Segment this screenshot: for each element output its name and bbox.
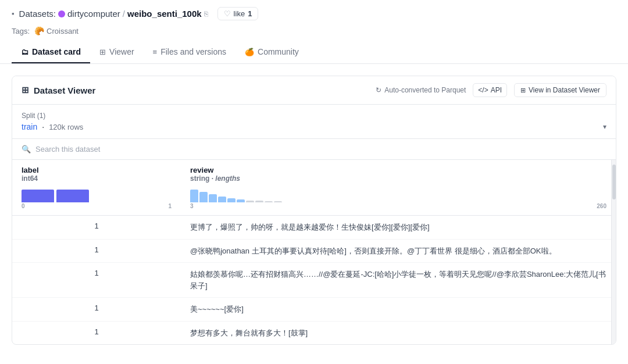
code-icon: </>: [478, 86, 488, 94]
tags-row: Tags: 🥐 Croissant: [12, 26, 616, 35]
breadcrumb: ▪ Datasets: dirtycomputer / weibo_senti_…: [12, 7, 616, 20]
view-dataset-label: View in Dataset Viewer: [529, 86, 600, 94]
tag-name: Croissant: [47, 27, 78, 35]
cell-review: 美~~~~~~[爱你]: [181, 298, 616, 322]
review-bar-8: [255, 201, 263, 202]
table-row: 1 姑娘都羡慕你呢…还有招财猫高兴……//@爱在蔓延-JC:[哈哈]小学徒一枚，…: [12, 263, 616, 298]
tag-croissant[interactable]: 🥐 Croissant: [34, 26, 78, 35]
col-name-review: review: [190, 166, 606, 174]
label-axis-min: 0: [22, 203, 25, 209]
viewer-header: ⊞ Dataset Viewer ↻ Auto-converted to Par…: [12, 76, 616, 105]
table-row: 1 @张晓鸭jonathan 土耳其的事要认真对待[哈哈]，否则直接开除。@丁丁…: [12, 239, 616, 263]
review-bar-9: [265, 201, 273, 202]
scrollbar-thumb: [612, 165, 616, 199]
search-input[interactable]: [35, 145, 606, 154]
viewer-actions: ↻ Auto-converted to Parquet </> API ⊞ Vi…: [376, 83, 606, 97]
viewer-title: ⊞ Dataset Viewer: [22, 85, 95, 95]
like-count: 1: [248, 9, 252, 18]
review-bar-7: [246, 201, 254, 202]
review-bar-4: [218, 197, 226, 202]
cell-label: 1: [12, 321, 181, 344]
api-button[interactable]: </> API: [473, 83, 507, 97]
table-row: 1 更博了，爆照了，帅的呀，就是越来越爱你！生快俊妹[爱你][爱你][爱你]: [12, 216, 616, 240]
split-value: train · 120k rows: [22, 122, 83, 131]
col-name-label: label: [22, 166, 172, 174]
cell-label: 1: [12, 216, 181, 240]
viewer-icon: ⊞: [99, 48, 106, 56]
view-dataset-icon: ⊞: [520, 87, 526, 94]
review-axis-max: 260: [597, 203, 606, 209]
copy-icon[interactable]: ⎘: [204, 10, 208, 18]
tab-viewer-label: Viewer: [109, 47, 134, 56]
review-bar-5: [227, 198, 236, 202]
user-avatar-dot: [58, 10, 65, 17]
label-axis-max: 1: [168, 203, 172, 209]
tab-community[interactable]: 🍊 Community: [236, 41, 308, 63]
cell-label: 1: [12, 298, 181, 322]
cell-review: 姑娘都羡慕你呢…还有招财猫高兴……//@爱在蔓延-JC:[哈哈]小学徒一枚，等着…: [181, 263, 616, 298]
breadcrumb-separator: /: [123, 9, 125, 19]
auto-converted-label: Auto-converted to Parquet: [384, 86, 466, 94]
tab-dataset-card-label: Dataset card: [32, 47, 81, 56]
top-bar: ▪ Datasets: dirtycomputer / weibo_senti_…: [0, 0, 628, 64]
tab-files-label: Files and versions: [160, 47, 226, 56]
refresh-icon: ↻: [376, 86, 381, 94]
review-bar-10: [274, 201, 282, 202]
croissant-icon: 🥐: [34, 26, 44, 35]
tab-files-versions[interactable]: ≡ Files and versions: [144, 41, 236, 63]
dataset-viewer-card: ⊞ Dataset Viewer ↻ Auto-converted to Par…: [12, 76, 616, 345]
col-header-label: label int64 0 1: [12, 160, 181, 216]
viewer-title-text: Dataset Viewer: [34, 85, 95, 95]
scrollbar[interactable]: [611, 160, 616, 344]
split-rows: 120k rows: [49, 123, 83, 131]
dataset-card-icon: 🗂: [21, 48, 28, 56]
tabs: 🗂 Dataset card ⊞ Viewer ≡ Files and vers…: [12, 41, 616, 63]
label-axis: 0 1: [22, 203, 172, 209]
split-name: train: [22, 122, 37, 131]
col-header-review: review string · lengths: [181, 160, 616, 216]
search-input-wrapper: 🔍: [22, 145, 606, 154]
search-section: 🔍: [12, 139, 616, 160]
tab-dataset-card[interactable]: 🗂 Dataset card: [12, 41, 90, 63]
datasets-label: Datasets:: [19, 9, 56, 19]
table-wrapper: label int64 0 1 revi: [12, 160, 616, 344]
breadcrumb-username: dirtycomputer: [67, 9, 120, 19]
search-icon: 🔍: [22, 145, 31, 154]
main-content: ⊞ Dataset Viewer ↻ Auto-converted to Par…: [0, 64, 628, 356]
review-histogram: [190, 186, 606, 202]
view-dataset-button[interactable]: ⊞ View in Dataset Viewer: [514, 83, 606, 97]
api-label: API: [491, 86, 502, 94]
label-bar-0: [22, 190, 54, 202]
like-label: like: [234, 9, 245, 18]
split-selector[interactable]: train · 120k rows ▾: [22, 122, 606, 131]
cell-review: 梦想有多大，舞台就有多大！[鼓掌]: [181, 321, 616, 344]
cell-review: 更博了，爆照了，帅的呀，就是越来越爱你！生快俊妹[爱你][爱你][爱你]: [181, 216, 616, 240]
label-histogram: [22, 186, 172, 202]
review-bar-2: [199, 192, 208, 202]
cell-label: 1: [12, 239, 181, 263]
review-bar-3: [209, 194, 217, 202]
col-type-label: int64: [22, 174, 172, 183]
tab-viewer[interactable]: ⊞ Viewer: [90, 41, 144, 63]
review-axis-min: 3: [190, 203, 194, 209]
review-axis: 3 260: [190, 203, 606, 209]
cell-review: @张晓鸭jonathan 土耳其的事要认真对待[哈哈]，否则直接开除。@丁丁看世…: [181, 239, 616, 263]
table-row: 1 美~~~~~~[爱你]: [12, 298, 616, 322]
table-icon: ⊞: [22, 85, 29, 95]
chevron-down-icon: ▾: [603, 123, 606, 131]
community-icon: 🍊: [245, 48, 254, 56]
split-dot-separator: ·: [42, 122, 44, 131]
table-row: 1 梦想有多大，舞台就有多大！[鼓掌]: [12, 321, 616, 344]
data-table: label int64 0 1 revi: [12, 160, 616, 344]
split-section: Split (1) train · 120k rows ▾: [12, 105, 616, 139]
like-button[interactable]: ♡ like 1: [217, 7, 259, 20]
files-icon: ≡: [153, 48, 158, 56]
review-bar-1: [190, 190, 198, 202]
breadcrumb-repo: weibo_senti_100k: [127, 9, 202, 19]
col-type-review: string · lengths: [190, 174, 606, 183]
datasets-grid-icon: ▪: [12, 9, 15, 18]
heart-icon: ♡: [224, 9, 231, 18]
cell-label: 1: [12, 263, 181, 298]
label-bar-1: [56, 190, 89, 202]
auto-converted-badge: ↻ Auto-converted to Parquet: [376, 86, 466, 94]
